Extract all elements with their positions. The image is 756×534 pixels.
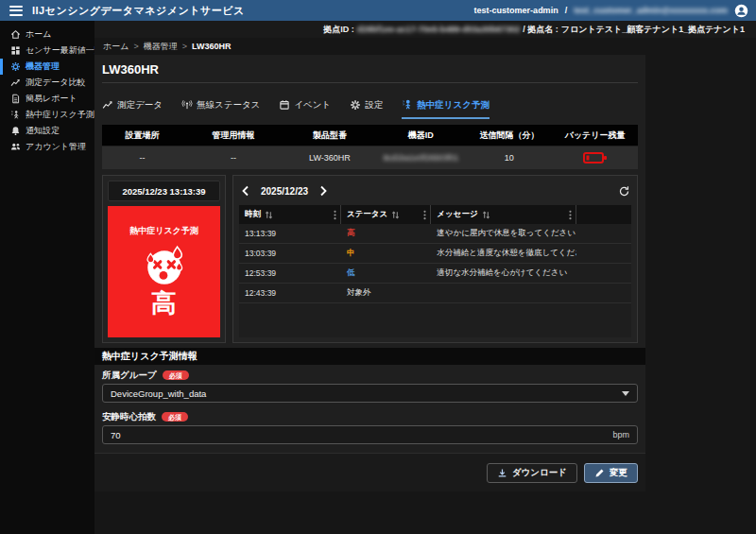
- column-menu-icon[interactable]: [569, 210, 572, 220]
- chevron-down-icon: [622, 391, 629, 396]
- battery-empty-icon: [583, 151, 608, 164]
- gear-icon: [10, 61, 21, 72]
- status-level: 中: [341, 244, 431, 263]
- site-id-value-redacted: d29bf1ee-ac17-70e5-b489-d03a30b67302: [357, 25, 521, 34]
- document-icon: [10, 94, 21, 104]
- site-id-label: 拠点ID :: [323, 24, 354, 36]
- status-row: 12:43:39 対象外: [239, 284, 631, 303]
- tab-wireless-status[interactable]: 無線ステータス: [181, 93, 260, 119]
- content-card: LW360HR 測定データ 無線ステータス イベント 設定: [94, 55, 645, 491]
- status-row: 13:13:39 高 速やかに屋内で休息を取ってください: [239, 224, 631, 244]
- antenna-icon: [181, 99, 193, 111]
- username: test-customer-admin: [474, 6, 558, 15]
- status-message: 水分補給と適度な休憩を徹底してください: [431, 244, 576, 263]
- sidebar: ホーム センサー最新値一覧 機器管理 測定データ比較 簡易レポート 熱中症リスク…: [0, 21, 94, 534]
- sidebar-item-account-management[interactable]: アカウント管理: [0, 139, 94, 155]
- device-id-redacted: 8cd1ba1e0f26503f01: [383, 153, 458, 163]
- calendar-icon: [279, 99, 290, 111]
- line-chart-icon: [10, 78, 21, 88]
- status-message: [431, 284, 576, 302]
- account-avatar-icon[interactable]: [734, 4, 748, 18]
- sort-icon[interactable]: [482, 211, 490, 219]
- users-icon: [10, 142, 21, 152]
- site-name-label: / 拠点名 :: [523, 24, 558, 36]
- breadcrumb-home[interactable]: ホーム: [103, 41, 129, 53]
- sidebar-item-simple-report[interactable]: 簡易レポート: [0, 91, 94, 107]
- risk-level-card: 熱中症リスク予測 高: [108, 206, 220, 337]
- download-icon: [497, 468, 507, 478]
- change-button[interactable]: 変更: [584, 463, 638, 483]
- risk-level-text: 高: [151, 291, 177, 317]
- section-header: 熱中症リスク予測情報: [94, 348, 645, 365]
- heart-rate-field-label: 安静時心拍数: [102, 411, 156, 423]
- group-field-label: 所属グループ: [102, 370, 157, 382]
- required-badge: 必須: [163, 370, 189, 380]
- breadcrumb-device-management[interactable]: 機器管理: [144, 41, 178, 53]
- column-menu-icon[interactable]: [423, 210, 426, 220]
- prev-day-button[interactable]: [239, 184, 252, 198]
- status-level: 低: [341, 264, 431, 283]
- status-history-panel: 2025/12/23 時刻: [232, 175, 638, 343]
- bell-icon: [10, 126, 21, 136]
- pencil-icon: [594, 468, 605, 478]
- tab-settings[interactable]: 設定: [350, 93, 383, 119]
- download-button[interactable]: ダウンロード: [487, 463, 577, 483]
- hamburger-menu-icon[interactable]: [9, 6, 23, 16]
- main-area: 拠点ID : d29bf1ee-ac17-70e5-b489-d03a30b67…: [94, 21, 756, 534]
- chevron-left-icon: [241, 185, 250, 197]
- status-level: 高: [341, 224, 431, 243]
- card-footer: ダウンロード 変更: [94, 453, 645, 491]
- sidebar-item-data-compare[interactable]: 測定データ比較: [0, 75, 94, 91]
- device-model: LW-360HR: [284, 146, 375, 169]
- tab-measurement-data[interactable]: 測定データ: [102, 93, 163, 119]
- current-risk-panel: 2025/12/23 13:13:39 熱中症リスク予測: [102, 175, 226, 343]
- line-chart-icon: [102, 99, 113, 111]
- device-info-header-row: 設置場所 管理用情報 製品型番 機器ID 送信間隔（分） バッテリー残量: [102, 125, 638, 146]
- top-bar: IIJセンシングデータマネジメントサービス test-customer-admi…: [0, 0, 756, 21]
- device-admin-info: --: [182, 146, 284, 169]
- status-message: 適切な水分補給を心がけてください: [431, 264, 576, 283]
- status-row: 12:53:39 低 適切な水分補給を心がけてください: [239, 264, 631, 284]
- heatstroke-icon: [402, 99, 413, 111]
- heatstroke-icon: [10, 110, 21, 120]
- risk-datetime: 2025/12/23 13:13:39: [108, 181, 220, 201]
- sidebar-item-home[interactable]: ホーム: [0, 26, 94, 43]
- column-menu-icon[interactable]: [334, 210, 336, 220]
- status-table: 時刻 ステータス メッセージ: [239, 205, 631, 337]
- user-email-redacted: test_customer_admin@xxxxxxxx.com: [574, 6, 728, 15]
- site-info-bar: 拠点ID : d29bf1ee-ac17-70e5-b489-d03a30b67…: [94, 21, 756, 38]
- tab-bar: 測定データ 無線ステータス イベント 設定 熱中症リスク予測: [102, 93, 638, 119]
- dashboard-grid-icon: [10, 45, 21, 56]
- breadcrumb-current: LW360HR: [192, 42, 232, 51]
- device-interval: 10: [467, 146, 553, 169]
- refresh-button[interactable]: [616, 183, 631, 198]
- app-window: IIJセンシングデータマネジメントサービス test-customer-admi…: [0, 0, 756, 534]
- sort-icon[interactable]: [391, 211, 400, 219]
- date-navigation: 2025/12/23: [239, 181, 631, 201]
- tab-heatstroke-risk[interactable]: 熱中症リスク予測: [402, 93, 490, 119]
- selected-date: 2025/12/23: [261, 186, 308, 197]
- home-icon: [10, 29, 21, 40]
- tab-event[interactable]: イベント: [279, 93, 331, 119]
- device-info-table: 設置場所 管理用情報 製品型番 機器ID 送信間隔（分） バッテリー残量 -- …: [102, 125, 638, 169]
- risk-settings-form: 所属グループ 必須 DeviceGroup_with_data 安静時心拍数 必…: [102, 370, 638, 444]
- next-day-button[interactable]: [317, 184, 330, 198]
- status-level: 対象外: [341, 284, 431, 302]
- status-row: 13:03:39 中 水分補給と適度な休憩を徹底してください: [239, 244, 631, 264]
- sidebar-item-heatstroke-risk[interactable]: 熱中症リスク予測: [0, 107, 94, 123]
- sidebar-item-sensor-latest[interactable]: センサー最新値一覧: [0, 43, 94, 59]
- group-select[interactable]: DeviceGroup_with_data: [102, 384, 638, 403]
- user-separator: /: [565, 6, 568, 15]
- status-time: 12:43:39: [239, 284, 341, 302]
- status-message: 速やかに屋内で休息を取ってください: [431, 224, 576, 243]
- heart-rate-input[interactable]: [111, 430, 612, 440]
- site-name-value: フロントテスト_顧客テナント1_拠点テナント1: [561, 24, 745, 36]
- sidebar-item-notification-settings[interactable]: 通知設定: [0, 123, 94, 139]
- breadcrumb: ホーム > 機器管理 > LW360HR: [94, 38, 756, 55]
- sidebar-item-device-management[interactable]: 機器管理: [0, 59, 94, 75]
- status-table-header: 時刻 ステータス メッセージ: [239, 205, 631, 224]
- app-title: IIJセンシングデータマネジメントサービス: [32, 4, 245, 18]
- risk-card-label: 熱中症リスク予測: [129, 225, 198, 237]
- sort-icon[interactable]: [265, 211, 273, 219]
- status-time: 13:03:39: [239, 244, 341, 263]
